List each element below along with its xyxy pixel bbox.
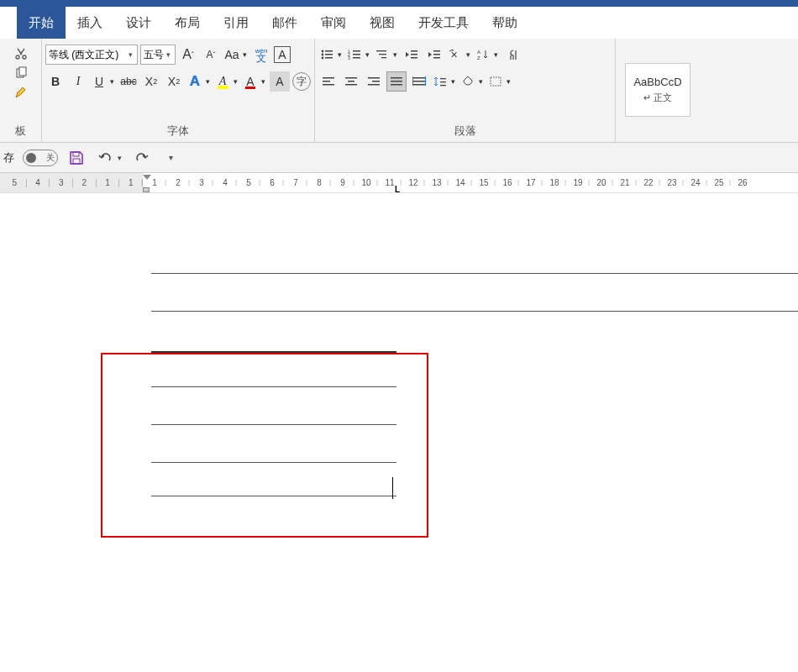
tab-mailings[interactable]: 邮件 <box>260 7 309 39</box>
change-case-button[interactable]: Aa <box>223 45 240 65</box>
svg-rect-38 <box>413 77 425 79</box>
bold-button[interactable]: B <box>45 71 66 92</box>
svg-text:Z: Z <box>477 55 480 60</box>
font-size-select[interactable]: 五号 ▾ <box>140 45 176 65</box>
align-right-button[interactable] <box>364 71 384 92</box>
show-marks-button[interactable] <box>502 45 522 65</box>
document-page[interactable] <box>0 193 798 672</box>
increase-indent-button[interactable] <box>424 45 444 65</box>
copy-icon[interactable] <box>13 65 29 81</box>
font-family-select[interactable]: 等线 (西文正文) ▾ <box>45 45 138 65</box>
ruler-tick: 7 <box>284 178 307 187</box>
redo-button[interactable] <box>132 148 152 168</box>
chevron-down-icon[interactable]: ▾ <box>504 71 512 92</box>
chevron-down-icon[interactable]: ▾ <box>115 148 123 168</box>
chevron-down-icon[interactable]: ▾ <box>240 45 249 65</box>
font-color-button[interactable]: A <box>242 71 259 92</box>
underline-button[interactable]: U <box>91 71 108 92</box>
save-button[interactable] <box>66 148 87 168</box>
char-border-box-button[interactable]: A <box>274 46 291 63</box>
line-spacing-button[interactable] <box>432 71 449 92</box>
chevron-down-icon[interactable]: ▾ <box>335 45 344 65</box>
svg-rect-16 <box>381 57 386 58</box>
italic-button[interactable]: I <box>68 71 88 92</box>
customize-qa-icon[interactable]: ▾ <box>160 148 181 168</box>
svg-rect-37 <box>391 84 402 86</box>
highlight-button[interactable]: A <box>214 71 231 92</box>
tab-stop-marker[interactable]: L <box>395 185 400 193</box>
asian-layout-button[interactable]: ✕ <box>447 45 464 65</box>
multilevel-list-button[interactable] <box>374 45 391 65</box>
chevron-down-icon[interactable]: ▾ <box>476 71 485 92</box>
svg-rect-27 <box>323 81 330 82</box>
chevron-down-icon: ▾ <box>164 50 172 59</box>
chevron-down-icon[interactable]: ▾ <box>464 45 472 65</box>
align-center-button[interactable] <box>341 71 361 92</box>
chevron-down-icon[interactable]: ▾ <box>231 71 239 92</box>
svg-rect-1 <box>19 67 26 76</box>
font-size-value: 五号 <box>144 48 164 62</box>
ruler-tick: 18 <box>543 178 566 187</box>
chevron-down-icon[interactable]: ▾ <box>108 71 116 92</box>
shading-button[interactable] <box>459 71 476 92</box>
sort-button[interactable]: AZ <box>475 45 491 65</box>
svg-text:✕: ✕ <box>450 50 458 60</box>
numbering-button[interactable]: 123 <box>346 45 363 65</box>
cut-icon[interactable] <box>13 45 29 62</box>
svg-rect-30 <box>348 81 354 82</box>
ruler-tick: 15 <box>472 178 496 187</box>
chevron-down-icon[interactable]: ▾ <box>363 45 371 65</box>
char-shading-button[interactable]: A <box>270 71 290 92</box>
chevron-down-icon[interactable]: ▾ <box>203 71 212 92</box>
text-effects-button[interactable]: A <box>186 71 203 92</box>
svg-rect-3 <box>325 50 333 52</box>
svg-rect-40 <box>413 84 425 86</box>
tab-home[interactable]: 开始 <box>17 7 66 39</box>
tab-design[interactable]: 设计 <box>114 7 163 39</box>
enclose-char-button[interactable]: 字 <box>292 72 311 91</box>
chevron-down-icon[interactable]: ▾ <box>491 45 500 65</box>
subscript-button[interactable]: X2 <box>141 71 161 92</box>
ribbon-tabs: 开始 插入 设计 布局 引用 邮件 审阅 视图 开发工具 帮助 <box>0 7 798 39</box>
format-painter-icon[interactable] <box>13 84 29 101</box>
grow-font-button[interactable]: Aˆ <box>178 45 198 65</box>
ruler[interactable]: 543211 123456789101112131415161718192021… <box>0 173 798 193</box>
svg-rect-5 <box>325 54 333 55</box>
autosave-toggle[interactable]: 关 <box>23 150 58 166</box>
tab-layout[interactable]: 布局 <box>163 7 212 39</box>
distribute-button[interactable] <box>409 71 429 92</box>
bullets-button[interactable] <box>318 45 335 65</box>
align-left-button[interactable] <box>318 71 339 92</box>
paragraph-group-label: 段落 <box>318 122 612 142</box>
align-justify-button[interactable] <box>386 71 407 92</box>
chevron-down-icon[interactable]: ▾ <box>391 45 399 65</box>
hanging-indent-marker[interactable] <box>143 187 150 192</box>
tab-developer[interactable]: 开发工具 <box>407 7 480 39</box>
tab-view[interactable]: 视图 <box>358 7 407 39</box>
ruler-tick: 3 <box>190 178 213 187</box>
ruler-tick: 2 <box>73 179 97 187</box>
svg-rect-43 <box>440 78 446 79</box>
tab-references[interactable]: 引用 <box>212 7 260 39</box>
group-font: 等线 (西文正文) ▾ 五号 ▾ Aˆ Aˇ Aa ▾ wén 文 A <box>42 39 315 142</box>
superscript-button[interactable]: X2 <box>164 71 184 92</box>
font-group-label: 字体 <box>45 122 311 142</box>
decrease-indent-button[interactable] <box>402 45 422 65</box>
ruler-tick: 23 <box>660 178 684 187</box>
svg-rect-32 <box>368 77 380 79</box>
phonetic-guide-button[interactable]: wén 文 <box>251 45 271 65</box>
shrink-font-button[interactable]: Aˇ <box>201 45 221 65</box>
tab-insert[interactable]: 插入 <box>66 7 114 39</box>
borders-button[interactable] <box>487 71 504 92</box>
style-normal[interactable]: AaBbCcD ↵ 正文 <box>625 63 690 117</box>
strikethrough-button[interactable]: abc <box>118 71 139 92</box>
ruler-tick: 9 <box>331 178 354 187</box>
tab-review[interactable]: 审阅 <box>309 7 358 39</box>
tab-help[interactable]: 帮助 <box>480 7 529 39</box>
chevron-down-icon[interactable]: ▾ <box>449 71 457 92</box>
chevron-down-icon[interactable]: ▾ <box>259 71 267 92</box>
undo-button[interactable] <box>95 148 115 168</box>
first-line-indent-marker[interactable] <box>143 175 151 183</box>
blank-line <box>151 386 396 387</box>
chevron-down-icon: ▾ <box>126 50 134 59</box>
